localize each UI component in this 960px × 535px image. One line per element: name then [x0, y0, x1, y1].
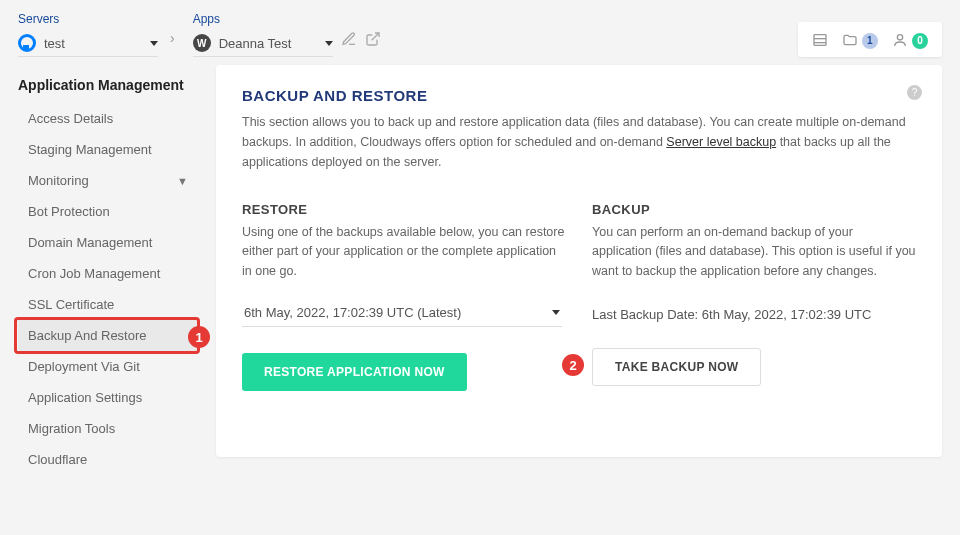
chevron-down-icon: [325, 41, 333, 46]
app-action-icons: [341, 30, 381, 47]
callout-badge-2: 2: [562, 354, 584, 376]
digitalocean-icon: [18, 34, 36, 52]
page-description: This section allows you to back up and r…: [242, 112, 916, 172]
sidebar-item-label: Backup And Restore: [28, 328, 147, 343]
layout: Application Management Access DetailsSta…: [0, 65, 960, 475]
chevron-down-icon: [552, 310, 560, 315]
sidebar-item-label: Migration Tools: [28, 421, 115, 436]
take-backup-button[interactable]: TAKE BACKUP NOW: [592, 348, 761, 386]
restore-column: RESTORE Using one of the backups availab…: [242, 202, 566, 391]
sidebar-item-cloudflare[interactable]: Cloudflare: [18, 444, 198, 475]
last-backup-date: Last Backup Date: 6th May, 2022, 17:02:3…: [592, 307, 916, 322]
edit-icon[interactable]: [341, 30, 357, 47]
backup-description: You can perform an on-demand backup of y…: [592, 223, 916, 281]
sidebar-title: Application Management: [18, 77, 198, 93]
backup-selector[interactable]: 6th May, 2022, 17:02:39 UTC (Latest): [242, 299, 562, 327]
sidebar-item-label: Domain Management: [28, 235, 152, 250]
sidebar-item-backup-and-restore[interactable]: Backup And Restore: [18, 320, 198, 351]
list-view-icon[interactable]: [812, 30, 828, 48]
sidebar-item-monitoring[interactable]: Monitoring▼: [18, 165, 198, 196]
folder-icon[interactable]: 1: [842, 30, 878, 49]
restore-button[interactable]: RESTORE APPLICATION NOW: [242, 353, 467, 391]
user-badge: 0: [912, 33, 928, 49]
sidebar-item-label: Monitoring: [28, 173, 89, 188]
app-name: Deanna Test: [219, 36, 292, 51]
sidebar-item-access-details[interactable]: Access Details: [18, 103, 198, 134]
callout-badge-1: 1: [188, 326, 210, 348]
chevron-down-icon: ▼: [177, 175, 188, 187]
server-crumb: Servers test: [18, 12, 158, 57]
sidebar-item-label: Cloudflare: [28, 452, 87, 467]
svg-line-0: [371, 33, 378, 40]
help-icon[interactable]: ?: [907, 85, 922, 100]
sidebar-item-application-settings[interactable]: Application Settings: [18, 382, 198, 413]
page-title: BACKUP AND RESTORE: [242, 87, 916, 104]
sidebar-item-label: SSL Certificate: [28, 297, 114, 312]
sidebar-item-label: Application Settings: [28, 390, 142, 405]
wordpress-icon: W: [193, 34, 211, 52]
sidebar-item-label: Staging Management: [28, 142, 152, 157]
backup-title: BACKUP: [592, 202, 916, 217]
topbar-actions: 1 0: [798, 22, 942, 57]
user-icon[interactable]: 0: [892, 30, 928, 49]
folder-badge: 1: [862, 33, 878, 49]
sidebar-item-deployment-via-git[interactable]: Deployment Via Git: [18, 351, 198, 382]
selected-backup-label: 6th May, 2022, 17:02:39 UTC (Latest): [244, 305, 552, 320]
app-selector[interactable]: W Deanna Test: [193, 30, 333, 57]
sidebar-item-label: Bot Protection: [28, 204, 110, 219]
app-crumb: Apps W Deanna Test: [193, 12, 333, 57]
svg-point-4: [897, 35, 902, 40]
backup-button-wrap: 2 TAKE BACKUP NOW: [592, 348, 761, 386]
backup-column: BACKUP You can perform an on-demand back…: [592, 202, 916, 391]
sidebar-item-staging-management[interactable]: Staging Management: [18, 134, 198, 165]
server-selector[interactable]: test: [18, 30, 158, 57]
sidebar-item-domain-management[interactable]: Domain Management: [18, 227, 198, 258]
restore-description: Using one of the backups available below…: [242, 223, 566, 281]
svg-rect-1: [814, 35, 826, 46]
columns: RESTORE Using one of the backups availab…: [242, 202, 916, 391]
sidebar-item-cron-job-management[interactable]: Cron Job Management: [18, 258, 198, 289]
topbar: Servers test › Apps W Deanna Test 1: [0, 0, 960, 65]
sidebar-item-migration-tools[interactable]: Migration Tools: [18, 413, 198, 444]
breadcrumb-arrow-icon: ›: [170, 30, 175, 46]
sidebar-item-label: Access Details: [28, 111, 113, 126]
sidebar-item-ssl-certificate[interactable]: SSL Certificate: [18, 289, 198, 320]
server-name: test: [44, 36, 65, 51]
apps-label: Apps: [193, 12, 333, 26]
sidebar-item-label: Cron Job Management: [28, 266, 160, 281]
sidebar-item-label: Deployment Via Git: [28, 359, 140, 374]
sidebar: Application Management Access DetailsSta…: [18, 65, 198, 475]
external-link-icon[interactable]: [365, 30, 381, 47]
sidebar-item-bot-protection[interactable]: Bot Protection: [18, 196, 198, 227]
restore-title: RESTORE: [242, 202, 566, 217]
servers-label: Servers: [18, 12, 158, 26]
main-panel: ? BACKUP AND RESTORE This section allows…: [216, 65, 942, 457]
server-level-backup-link[interactable]: Server level backup: [666, 135, 776, 149]
chevron-down-icon: [150, 41, 158, 46]
